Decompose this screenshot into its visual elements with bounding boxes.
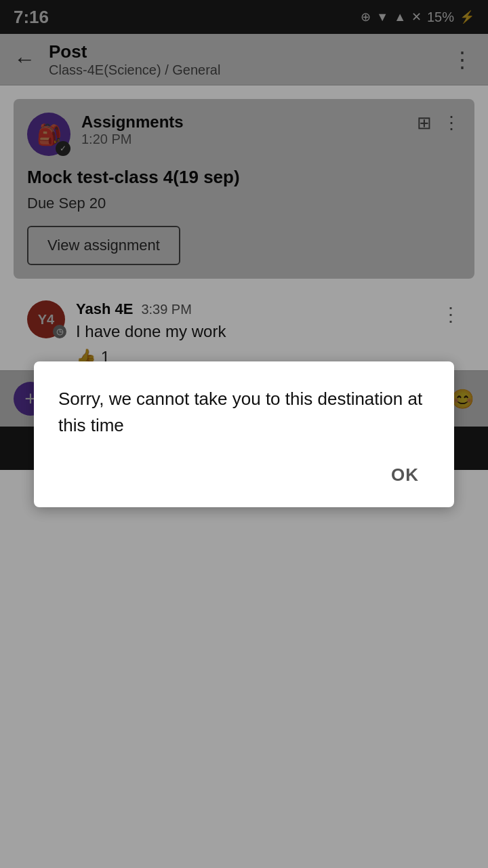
dialog-actions: OK: [58, 459, 430, 491]
dialog-box: Sorry, we cannot take you to this destin…: [34, 361, 454, 507]
dialog-message: Sorry, we cannot take you to this destin…: [58, 386, 430, 439]
dialog-overlay: Sorry, we cannot take you to this destin…: [0, 0, 488, 868]
dialog-ok-button[interactable]: OK: [380, 459, 430, 491]
